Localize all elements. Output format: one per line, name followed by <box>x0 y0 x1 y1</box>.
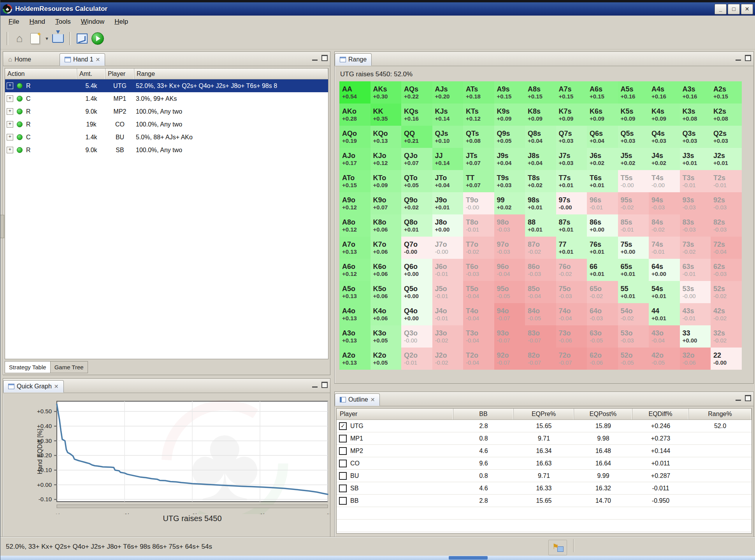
range-cell-QTs[interactable]: QTs+0.08 <box>463 126 494 148</box>
checkbox-icon[interactable] <box>339 460 347 467</box>
range-cell-K3s[interactable]: K3s+0.08 <box>680 104 711 126</box>
panel-maximize-icon[interactable] <box>745 395 751 401</box>
panel-maximize-icon[interactable] <box>745 55 751 61</box>
tab-hand-1[interactable]: Hand 1 ✕ <box>60 53 105 66</box>
tab-outline[interactable]: Outline ✕ <box>335 393 380 406</box>
range-cell-96o[interactable]: 96o-0.04 <box>494 259 525 281</box>
strategy-row-UTG[interactable]: +R5.4kUTG52.0%, 33+ Kx+ Q2s+ Q4o+ J2s+ J… <box>5 79 328 92</box>
tab-range[interactable]: Range <box>335 53 372 66</box>
panel-maximize-icon[interactable] <box>321 55 328 61</box>
range-cell-87s[interactable]: 87s+0.01 <box>556 214 587 237</box>
range-cell-55[interactable]: 55+0.01 <box>618 281 649 303</box>
menu-file[interactable]: File <box>4 16 24 27</box>
range-cell-A9o[interactable]: A9o+0.12 <box>339 192 370 214</box>
range-cell-A5o[interactable]: A5o+0.13 <box>339 281 370 303</box>
strategy-row-MP1[interactable]: +C1.4kMP13.0%, 99+ AKs <box>5 92 328 105</box>
range-cell-85s[interactable]: 85s-0.01 <box>618 214 649 237</box>
checkbox-icon[interactable] <box>339 485 347 492</box>
range-cell-K7o[interactable]: K7o+0.06 <box>370 237 402 259</box>
checkbox-icon[interactable] <box>339 497 347 505</box>
range-cell-K2o[interactable]: K2o+0.05 <box>370 348 402 370</box>
range-cell-A7o[interactable]: A7o+0.13 <box>339 237 370 259</box>
outline-row-SB[interactable]: SB4.616.3316.32-0.011 <box>337 482 751 495</box>
range-cell-94s[interactable]: 94s-0.03 <box>649 192 680 214</box>
range-cell-44[interactable]: 44+0.01 <box>649 303 680 325</box>
range-cell-62o[interactable]: 62o-0.06 <box>587 348 618 370</box>
range-cell-T2o[interactable]: T2o-0.04 <box>463 348 494 370</box>
dropdown-caret-icon[interactable]: ▼ <box>45 36 49 41</box>
expand-icon[interactable]: + <box>7 108 13 115</box>
range-cell-43o[interactable]: 43o-0.04 <box>649 325 680 348</box>
range-cell-95o[interactable]: 95o-0.05 <box>494 281 525 303</box>
range-cell-52s[interactable]: 52s-0.02 <box>711 281 742 303</box>
range-cell-86s[interactable]: 86s+0.00 <box>587 214 618 237</box>
range-cell-J3o[interactable]: J3o-0.02 <box>432 325 464 348</box>
range-cell-T5s[interactable]: T5s-0.00 <box>618 170 649 192</box>
range-cell-96s[interactable]: 96s-0.01 <box>587 192 618 214</box>
outline-row-MP2[interactable]: MP24.616.3416.48+0.144 <box>337 445 751 457</box>
menu-help[interactable]: Help <box>109 16 133 27</box>
range-cell-K5o[interactable]: K5o+0.06 <box>370 281 402 303</box>
col-eqpost[interactable]: EQPost% <box>574 409 632 420</box>
export-chart-button[interactable] <box>76 32 89 45</box>
range-cell-ATs[interactable]: ATs+0.18 <box>463 81 494 104</box>
range-cell-76s[interactable]: 76s+0.01 <box>587 237 618 259</box>
range-cell-64s[interactable]: 64s+0.00 <box>649 259 680 281</box>
range-cell-76o[interactable]: 76o-0.02 <box>556 259 587 281</box>
range-cell-75o[interactable]: 75o-0.03 <box>556 281 587 303</box>
range-cell-A9s[interactable]: A9s+0.15 <box>494 81 525 104</box>
range-cell-A5s[interactable]: A5s+0.16 <box>618 81 649 104</box>
range-cell-65s[interactable]: 65s+0.01 <box>618 259 649 281</box>
range-cell-99[interactable]: 99+0.02 <box>494 192 525 214</box>
range-cell-94o[interactable]: 94o-0.07 <box>494 303 525 325</box>
range-cell-K9s[interactable]: K9s+0.09 <box>494 104 525 126</box>
panel-maximize-icon[interactable] <box>321 382 328 388</box>
range-cell-83s[interactable]: 83s-0.03 <box>680 214 711 237</box>
range-cell-K8o[interactable]: K8o+0.06 <box>370 214 402 237</box>
range-cell-A3o[interactable]: A3o+0.13 <box>339 325 370 348</box>
range-cell-84o[interactable]: 84o-0.05 <box>525 303 556 325</box>
panel-minimize-icon[interactable] <box>312 55 318 61</box>
import-button[interactable] <box>51 32 65 45</box>
range-cell-K4s[interactable]: K4s+0.09 <box>649 104 680 126</box>
range-cell-92o[interactable]: 92o-0.07 <box>494 348 525 370</box>
expand-icon[interactable]: + <box>7 147 13 153</box>
col-eqdiff[interactable]: EQDiff% <box>632 409 689 420</box>
range-cell-TT[interactable]: TT+0.07 <box>463 170 494 192</box>
expand-icon[interactable]: + <box>7 121 13 128</box>
range-cell-97s[interactable]: 97s-0.00 <box>556 192 587 214</box>
range-cell-T9s[interactable]: T9s+0.03 <box>494 170 525 192</box>
range-cell-J6o[interactable]: J6o-0.01 <box>432 259 464 281</box>
range-cell-Q7o[interactable]: Q7o-0.00 <box>401 237 432 259</box>
range-cell-Q4s[interactable]: Q4s+0.03 <box>649 126 680 148</box>
range-cell-97o[interactable]: 97o-0.03 <box>494 237 525 259</box>
range-cell-65o[interactable]: 65o-0.02 <box>587 281 618 303</box>
taskbar-item[interactable] <box>449 556 488 560</box>
range-cell-J4o[interactable]: J4o-0.01 <box>432 303 464 325</box>
menu-window[interactable]: Window <box>76 16 109 27</box>
range-cell-KTs[interactable]: KTs+0.12 <box>463 104 494 126</box>
outline-row-CO[interactable]: CO9.616.6316.64+0.011 <box>337 457 751 470</box>
menu-tools[interactable]: Tools <box>50 16 76 27</box>
col-player[interactable]: Player <box>337 409 453 420</box>
range-cell-T7s[interactable]: T7s+0.01 <box>556 170 587 192</box>
range-cell-Q9s[interactable]: Q9s+0.05 <box>494 126 525 148</box>
range-cell-JJ[interactable]: JJ+0.14 <box>432 148 464 170</box>
range-cell-42s[interactable]: 42s-0.02 <box>711 303 742 325</box>
expand-icon[interactable]: + <box>7 83 13 89</box>
range-cell-A2s[interactable]: A2s+0.15 <box>711 81 742 104</box>
range-cell-AJo[interactable]: AJo+0.17 <box>339 148 370 170</box>
tab-close-icon[interactable]: ✕ <box>370 397 375 403</box>
panel-minimize-icon[interactable] <box>312 382 318 388</box>
range-cell-85o[interactable]: 85o-0.04 <box>525 281 556 303</box>
range-cell-86o[interactable]: 86o-0.03 <box>525 259 556 281</box>
col-action[interactable]: Action <box>5 68 77 79</box>
range-cell-AKs[interactable]: AKs+0.30 <box>370 81 402 104</box>
maximize-icon[interactable]: □ <box>728 4 740 14</box>
range-cell-A2o[interactable]: A2o+0.13 <box>339 348 370 370</box>
col-amt[interactable]: Amt. <box>77 68 105 79</box>
tab-close-icon[interactable]: ✕ <box>54 383 59 390</box>
range-cell-QQ[interactable]: QQ+0.21 <box>401 126 432 148</box>
range-cell-Q6o[interactable]: Q6o+0.00 <box>401 259 432 281</box>
collapsed-panel-handle[interactable] <box>0 215 4 238</box>
